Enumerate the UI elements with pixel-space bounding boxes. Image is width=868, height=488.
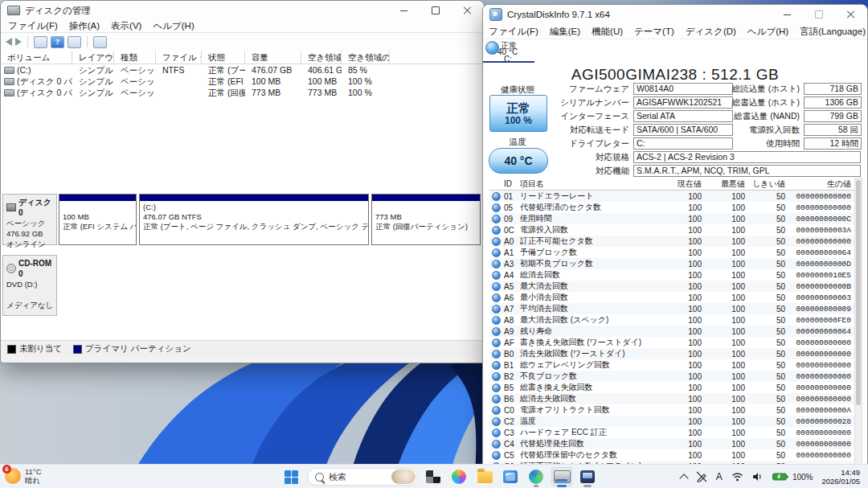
- search-highlight-image[interactable]: [391, 470, 416, 484]
- smart-col-threshold[interactable]: しきい値: [748, 178, 788, 190]
- smart-row[interactable]: B5 総書き換え失敗回数 100 100 50 000000000000: [489, 382, 854, 393]
- folder-icon: [477, 471, 493, 483]
- partition-efi[interactable]: 100 MB 正常 (EFI システム パーティシ: [59, 194, 137, 245]
- column-header[interactable]: レイアウト: [72, 51, 114, 64]
- smart-row[interactable]: B2 不良ブロック数 100 100 50 000000000000: [489, 371, 854, 382]
- weather-widget[interactable]: 6 11°C 晴れ: [5, 467, 42, 485]
- disk-management-icon: [580, 470, 595, 483]
- health-status-box[interactable]: 正常 100 %: [489, 95, 547, 132]
- view-icon[interactable]: [93, 36, 107, 48]
- smart-row[interactable]: C4 代替処理発生回数 100 100 50 000000000000: [489, 438, 854, 449]
- dm-minimize-button[interactable]: [387, 1, 420, 20]
- search-input[interactable]: 検索: [307, 468, 418, 486]
- partition-c[interactable]: (C:) 476.07 GB NTFS 正常 (ブート, ページ ファイル, ク…: [139, 194, 369, 245]
- smart-row[interactable]: 09 使用時間 100 100 50 00000000000C: [489, 213, 854, 224]
- dm-menu-item[interactable]: ヘルプ(H): [147, 18, 199, 34]
- column-header[interactable]: 状態: [202, 51, 245, 64]
- smart-row[interactable]: A3 初期不良ブロック数 100 100 50 00000000000D: [489, 258, 854, 269]
- smart-row[interactable]: A1 予備ブロック数 100 100 50 000000000064: [489, 247, 854, 258]
- temperature-pill[interactable]: 40 °C: [489, 148, 548, 174]
- smart-row[interactable]: B6 総消去失敗回数 100 100 50 000000000000: [489, 393, 854, 404]
- smart-scrollbar[interactable]: [854, 178, 862, 466]
- cdi-menu-item[interactable]: ディスク(D): [680, 24, 742, 39]
- cdi-menu-item[interactable]: 機能(U): [586, 24, 628, 39]
- ime-mode-indicator[interactable]: A: [716, 471, 723, 482]
- smart-row[interactable]: B1 総ウェアレベリング回数 100 100 50 000000000000: [489, 359, 854, 371]
- smart-col-name[interactable]: 項目名: [520, 178, 665, 190]
- smart-row[interactable]: A9 残り寿命 100 100 50 000000000064: [489, 326, 854, 337]
- cdi-close-button[interactable]: [835, 5, 867, 24]
- start-button[interactable]: [285, 470, 298, 484]
- pen-disabled-icon[interactable]: [696, 471, 707, 482]
- smart-row[interactable]: AF 書き換え失敗回数 (ワーストダイ) 100 100 50 00000000…: [489, 337, 854, 348]
- field-value: S.M.A.R.T., APM, NCQ, TRIM, GPL: [633, 165, 861, 177]
- back-icon[interactable]: [6, 38, 12, 46]
- cdi-menu-item[interactable]: テーマ(T): [628, 24, 680, 39]
- smart-col-current[interactable]: 現在値: [665, 178, 705, 190]
- crystaldiskinfo-taskbar-button[interactable]: [551, 467, 572, 486]
- smart-row[interactable]: C0 電源オフリトラクト回数 100 100 50 00000000000A: [489, 404, 854, 416]
- disk-selector-tab[interactable]: 正常 40 °C C:: [483, 40, 867, 63]
- file-explorer-button[interactable]: [474, 467, 495, 486]
- field-label: 対応規格: [547, 152, 633, 163]
- smart-col-raw[interactable]: 生の値: [788, 178, 854, 190]
- smart-col-id[interactable]: ID: [504, 179, 520, 188]
- dm-menu-item[interactable]: 操作(A): [63, 18, 105, 34]
- column-header[interactable]: 空き領域: [301, 51, 342, 64]
- dm-menu-item[interactable]: ファイル(F): [2, 18, 63, 34]
- forward-icon[interactable]: [15, 38, 22, 46]
- volume-row[interactable]: (ディスク 0 パーティショ... シンプル ベーシック 正常 (EFI .. …: [1, 76, 482, 87]
- smart-row[interactable]: 01 リードエラーレート 100 100 50 000000000000: [489, 191, 854, 202]
- smart-col-worst[interactable]: 最悪値: [705, 178, 748, 190]
- task-view-button[interactable]: [423, 467, 444, 486]
- cdi-maximize-button[interactable]: [803, 5, 835, 24]
- field-value: 799 GB: [804, 110, 862, 122]
- smart-row[interactable]: A7 平均消去回数 100 100 50 000000000009: [489, 303, 854, 314]
- dm-menu-item[interactable]: 表示(V): [105, 18, 147, 34]
- field-label: 総書込量 (NAND): [715, 111, 804, 122]
- help-icon[interactable]: ?: [51, 36, 64, 48]
- properties-icon[interactable]: [68, 36, 81, 48]
- volume-row[interactable]: (C:) シンプル ベーシック NTFS 正常 (ブート.. 476.07 GB…: [1, 64, 482, 76]
- console-window-icon[interactable]: [34, 36, 47, 48]
- smart-row[interactable]: A4 総消去回数 100 100 50 0000000010E5: [489, 269, 854, 281]
- minimize-icon: [784, 14, 791, 15]
- clock[interactable]: 14:49 2026/01/05: [821, 468, 860, 486]
- column-header[interactable]: 空き領域の割..: [342, 51, 390, 64]
- smart-row[interactable]: B0 消去失敗回数 (ワーストダイ) 100 100 50 0000000000…: [489, 348, 854, 359]
- dm-close-button[interactable]: [452, 1, 484, 20]
- battery-icon[interactable]: [772, 472, 788, 482]
- cdi-minimize-button[interactable]: [771, 5, 803, 24]
- smart-row[interactable]: C3 ハードウェア ECC 訂正 100 100 50 000000000000: [489, 427, 854, 438]
- dm-maximize-button[interactable]: [420, 1, 452, 20]
- smart-row[interactable]: A8 最大消去回数 (スペック) 100 100 50 000000000FE0: [489, 314, 854, 326]
- smart-row[interactable]: 05 代替処理済のセクタ数 100 100 50 000000000000: [489, 202, 854, 213]
- cdrom-info-panel[interactable]: CD-ROM 0 DVD (D:) メディアなし: [2, 255, 57, 316]
- tray-chevron-up-icon[interactable]: [679, 474, 688, 482]
- column-header[interactable]: 容量: [245, 51, 301, 64]
- smart-row[interactable]: A6 最小消去回数 100 100 50 000000000003: [489, 292, 854, 303]
- volume-row[interactable]: (ディスク 0 パーティショ... シンプル ベーシック 正常 (回復... 7…: [1, 87, 482, 98]
- disk-management-taskbar-button[interactable]: [577, 467, 598, 486]
- disk0-info-panel[interactable]: ディスク 0 ベーシック 476.92 GB オンライン: [2, 194, 57, 245]
- cdi-menu-item[interactable]: ヘルプ(H): [742, 24, 794, 39]
- wifi-icon[interactable]: [731, 472, 743, 482]
- smart-row[interactable]: C2 温度 100 100 50 000000000028: [489, 416, 854, 427]
- column-header[interactable]: ファイル システム: [156, 51, 202, 64]
- column-header[interactable]: ボリューム: [1, 51, 72, 64]
- edge-button[interactable]: [526, 467, 547, 486]
- cdi-menu-item[interactable]: 編集(E): [544, 24, 586, 39]
- partition-recovery[interactable]: 773 MB 正常 (回復パーティション): [371, 194, 481, 245]
- smart-row[interactable]: 0C 電源投入回数 100 100 50 00000000003A: [489, 224, 854, 236]
- cd-icon: [6, 264, 16, 273]
- photos-app-button[interactable]: [500, 467, 521, 486]
- cdi-menu-item[interactable]: 言語(Language): [794, 24, 868, 39]
- volume-icon[interactable]: [752, 472, 764, 482]
- column-header[interactable]: 種類: [114, 51, 156, 64]
- smart-row[interactable]: A5 最大消去回数 100 100 50 00000000000B: [489, 281, 854, 292]
- scrollbar-thumb[interactable]: [856, 180, 861, 405]
- copilot-button[interactable]: [448, 467, 469, 486]
- smart-row[interactable]: C5 代替処理保留中のセクタ数 100 100 50 000000000000: [489, 449, 854, 461]
- smart-row[interactable]: A0 訂正不可能セクタ数 100 100 50 000000000000: [489, 236, 854, 247]
- cdi-menu-item[interactable]: ファイル(F): [483, 24, 544, 39]
